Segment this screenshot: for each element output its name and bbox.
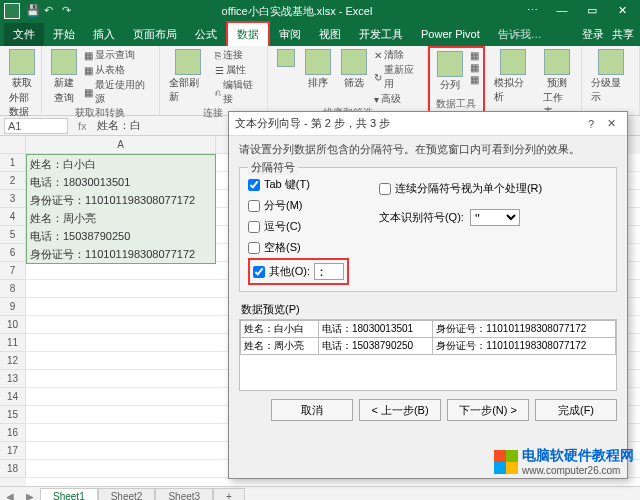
cell[interactable]: 姓名：白小白 bbox=[27, 155, 215, 173]
properties-button[interactable]: ☰属性 bbox=[215, 63, 262, 77]
row-headers[interactable]: 123456789101112131415161718 bbox=[0, 136, 26, 486]
sort-button[interactable]: 排序 bbox=[302, 48, 334, 91]
sheet-nav-next-icon[interactable]: ▶ bbox=[20, 491, 40, 500]
whatif-button[interactable]: 模拟分析 bbox=[491, 48, 536, 105]
treat-consecutive-checkbox[interactable]: 连续分隔符号视为单个处理(R) bbox=[379, 181, 542, 196]
redo-icon[interactable]: ↷ bbox=[62, 4, 76, 18]
tell-me[interactable]: 告诉我… bbox=[489, 23, 551, 46]
space-checkbox[interactable]: 空格(S) bbox=[248, 240, 349, 255]
ribbon: 获取外部数据 新建查询 ▦显示查询 ▦从表格 ▦最近使用的源 获取和转换 全部刷… bbox=[0, 46, 640, 116]
dialog-title: 文本分列向导 - 第 2 步，共 3 步 bbox=[235, 116, 581, 131]
flash-fill-button[interactable]: ▦ bbox=[470, 50, 479, 61]
data-preview: 姓名：白小白电话：18030013501身份证号：110101198308077… bbox=[239, 319, 617, 391]
data-validation-button[interactable]: ▦ bbox=[470, 74, 479, 85]
from-table-button[interactable]: ▦从表格 bbox=[84, 63, 153, 77]
back-button[interactable]: < 上一步(B) bbox=[359, 399, 441, 421]
select-all-corner[interactable] bbox=[0, 136, 26, 154]
sheet-tab[interactable]: Sheet1 bbox=[40, 488, 98, 500]
group-label: 数据工具 bbox=[434, 97, 479, 111]
sort-az-icon bbox=[277, 49, 295, 67]
sheet-tab[interactable]: Sheet3 bbox=[155, 488, 213, 500]
tab-insert[interactable]: 插入 bbox=[84, 23, 124, 46]
watermark: 电脑软硬件教程网 www.computer26.com bbox=[494, 447, 634, 476]
save-icon[interactable]: 💾 bbox=[26, 4, 40, 18]
tab-file[interactable]: 文件 bbox=[4, 23, 44, 46]
undo-icon[interactable]: ↶ bbox=[44, 4, 58, 18]
sort-az-button[interactable] bbox=[274, 48, 298, 68]
tab-data[interactable]: 数据 bbox=[226, 21, 270, 48]
delimiters-group: 分隔符号 Tab 键(T) 分号(M) 逗号(C) 空格(S) 其他(O): 连… bbox=[239, 167, 617, 292]
filter-button[interactable]: 筛选 bbox=[338, 48, 370, 91]
text-to-columns-button[interactable]: 分列 bbox=[434, 50, 466, 93]
tab-powerpivot[interactable]: Power Pivot bbox=[412, 24, 489, 44]
reapply-button[interactable]: ↻重新应用 bbox=[374, 63, 421, 91]
help-icon[interactable]: ? bbox=[581, 118, 601, 130]
split-columns-icon bbox=[437, 51, 463, 77]
tab-formula[interactable]: 公式 bbox=[186, 23, 226, 46]
text-qualifier-select[interactable]: " bbox=[470, 209, 520, 226]
cancel-button[interactable]: 取消 bbox=[271, 399, 353, 421]
connections-button[interactable]: ⎘连接 bbox=[215, 48, 262, 62]
forecast-button[interactable]: 预测工作表 bbox=[540, 48, 575, 120]
new-query-button[interactable]: 新建查询 bbox=[48, 48, 80, 106]
selection-range[interactable]: 姓名：白小白 电话：18030013501 身份证号：1101011983080… bbox=[26, 154, 216, 264]
text-to-columns-wizard-dialog: 文本分列向导 - 第 2 步，共 3 步 ? ✕ 请设置分列数据所包含的分隔符号… bbox=[228, 111, 628, 479]
clear-filter-button[interactable]: ✕清除 bbox=[374, 48, 421, 62]
preview-row: 姓名：白小白电话：18030013501身份证号：110101198308077… bbox=[241, 321, 616, 338]
sheet-tab-bar: ◀ ▶ Sheet1 Sheet2 Sheet3 + bbox=[0, 486, 640, 500]
other-delimiter-input[interactable] bbox=[314, 263, 344, 280]
ribbon-options-icon[interactable]: ⋯ bbox=[518, 2, 546, 20]
quick-access-toolbar[interactable]: 💾 ↶ ↷ bbox=[26, 4, 76, 18]
windows-logo-icon bbox=[494, 450, 518, 474]
cell[interactable]: 姓名：周小亮 bbox=[27, 209, 215, 227]
text-qualifier-row: 文本识别符号(Q): " bbox=[379, 209, 542, 226]
outline-button[interactable]: 分级显示 bbox=[588, 48, 633, 105]
minimize-icon[interactable]: — bbox=[548, 2, 576, 20]
window-title: office小白实战基地.xlsx - Excel bbox=[76, 4, 518, 19]
comma-checkbox[interactable]: 逗号(C) bbox=[248, 219, 349, 234]
cell[interactable]: 电话：15038790250 bbox=[27, 227, 215, 245]
edit-links-button[interactable]: ⎌编辑链接 bbox=[215, 78, 262, 106]
show-queries-button[interactable]: ▦显示查询 bbox=[84, 48, 153, 62]
advanced-button[interactable]: ▾高级 bbox=[374, 92, 421, 106]
finish-button[interactable]: 完成(F) bbox=[535, 399, 617, 421]
recent-sources-button[interactable]: ▦最近使用的源 bbox=[84, 78, 153, 106]
close-icon[interactable]: ✕ bbox=[608, 2, 636, 20]
dialog-description: 请设置分列数据所包含的分隔符号。在预览窗口内可看到分列的效果。 bbox=[229, 136, 627, 163]
tab-review[interactable]: 审阅 bbox=[270, 23, 310, 46]
cell[interactable]: 电话：18030013501 bbox=[27, 173, 215, 191]
group-title: 分隔符号 bbox=[248, 160, 298, 175]
get-external-data-button[interactable]: 获取外部数据 bbox=[6, 48, 38, 120]
semicolon-checkbox[interactable]: 分号(M) bbox=[248, 198, 349, 213]
tab-checkbox[interactable]: Tab 键(T) bbox=[248, 177, 349, 192]
add-sheet-button[interactable]: + bbox=[213, 488, 245, 500]
group-label: 获取和转换 bbox=[48, 106, 153, 120]
cell[interactable]: 身份证号：110101198308077172 bbox=[27, 191, 215, 209]
refresh-all-button[interactable]: 全部刷新 bbox=[166, 48, 211, 105]
next-button[interactable]: 下一步(N) > bbox=[447, 399, 529, 421]
maximize-icon[interactable]: ▭ bbox=[578, 2, 606, 20]
filter-icon bbox=[341, 49, 367, 75]
sheet-tab[interactable]: Sheet2 bbox=[98, 488, 156, 500]
cell[interactable]: 身份证号：110101198308077172 bbox=[27, 245, 215, 263]
tab-start[interactable]: 开始 bbox=[44, 23, 84, 46]
preview-row: 姓名：周小亮电话：15038790250身份证号：110101198308077… bbox=[241, 338, 616, 355]
remove-dup-button[interactable]: ▦ bbox=[470, 62, 479, 73]
sort-icon bbox=[305, 49, 331, 75]
tab-layout[interactable]: 页面布局 bbox=[124, 23, 186, 46]
database-icon bbox=[9, 49, 35, 75]
close-icon[interactable]: ✕ bbox=[601, 117, 621, 130]
tab-view[interactable]: 视图 bbox=[310, 23, 350, 46]
login-link[interactable]: 登录 bbox=[582, 27, 604, 42]
refresh-icon bbox=[175, 49, 201, 75]
title-bar: 💾 ↶ ↷ office小白实战基地.xlsx - Excel ⋯ — ▭ ✕ bbox=[0, 0, 640, 22]
tab-developer[interactable]: 开发工具 bbox=[350, 23, 412, 46]
share-button[interactable]: 共享 bbox=[612, 27, 634, 42]
outline-icon bbox=[598, 49, 624, 75]
preview-label: 数据预览(P) bbox=[229, 296, 627, 319]
other-checkbox[interactable]: 其他(O): bbox=[253, 264, 310, 279]
ribbon-tabs: 文件 开始 插入 页面布局 公式 数据 审阅 视图 开发工具 Power Piv… bbox=[0, 22, 640, 46]
fx-icon[interactable]: fx bbox=[72, 120, 93, 132]
excel-logo-icon bbox=[4, 3, 20, 19]
sheet-nav-prev-icon[interactable]: ◀ bbox=[0, 491, 20, 500]
